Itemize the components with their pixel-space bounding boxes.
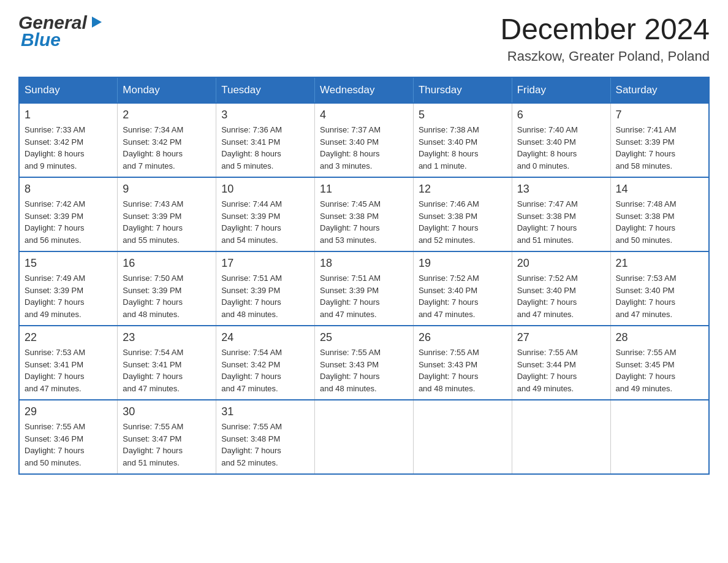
day-info: Sunrise: 7:38 AMSunset: 3:40 PMDaylight:… [419,124,507,172]
calendar-cell: 17 Sunrise: 7:51 AMSunset: 3:39 PMDaylig… [216,251,315,326]
day-info: Sunrise: 7:43 AMSunset: 3:39 PMDaylight:… [123,198,211,246]
calendar-week-2: 8 Sunrise: 7:42 AMSunset: 3:39 PMDayligh… [19,177,709,251]
calendar-cell [413,400,512,474]
col-monday: Monday [118,77,216,103]
calendar-week-5: 29 Sunrise: 7:55 AMSunset: 3:46 PMDaylig… [19,400,709,474]
day-number: 1 [25,109,112,121]
day-number: 9 [123,183,211,196]
day-info: Sunrise: 7:55 AMSunset: 3:43 PMDaylight:… [320,347,408,394]
calendar-week-1: 1 Sunrise: 7:33 AMSunset: 3:42 PMDayligh… [19,103,709,177]
day-info: Sunrise: 7:50 AMSunset: 3:39 PMDaylight:… [123,272,211,320]
day-info: Sunrise: 7:34 AMSunset: 3:42 PMDaylight:… [123,124,211,172]
calendar-cell: 23 Sunrise: 7:54 AMSunset: 3:41 PMDaylig… [118,326,216,400]
day-info: Sunrise: 7:36 AMSunset: 3:41 PMDaylight:… [221,124,309,172]
calendar-cell: 3 Sunrise: 7:36 AMSunset: 3:41 PMDayligh… [216,103,315,177]
day-number: 15 [25,257,112,270]
day-number: 10 [221,183,309,196]
day-info: Sunrise: 7:47 AMSunset: 3:38 PMDaylight:… [517,198,605,246]
calendar-header-row: Sunday Monday Tuesday Wednesday Thursday… [19,77,709,103]
day-number: 25 [320,331,408,344]
calendar-cell: 29 Sunrise: 7:55 AMSunset: 3:46 PMDaylig… [19,400,118,474]
day-number: 11 [320,183,408,196]
calendar-cell: 18 Sunrise: 7:51 AMSunset: 3:39 PMDaylig… [315,251,414,326]
calendar-table: Sunday Monday Tuesday Wednesday Thursday… [18,77,710,475]
day-info: Sunrise: 7:54 AMSunset: 3:41 PMDaylight:… [123,347,211,394]
calendar-cell: 9 Sunrise: 7:43 AMSunset: 3:39 PMDayligh… [118,177,216,251]
calendar-cell: 6 Sunrise: 7:40 AMSunset: 3:40 PMDayligh… [512,103,610,177]
day-number: 7 [616,109,703,121]
day-number: 27 [517,331,605,344]
day-info: Sunrise: 7:44 AMSunset: 3:39 PMDaylight:… [221,198,309,246]
day-number: 18 [320,257,408,270]
day-info: Sunrise: 7:55 AMSunset: 3:47 PMDaylight:… [123,421,211,469]
calendar-cell: 4 Sunrise: 7:37 AMSunset: 3:40 PMDayligh… [315,103,414,177]
calendar-week-4: 22 Sunrise: 7:53 AMSunset: 3:41 PMDaylig… [19,326,709,400]
day-number: 5 [419,109,507,121]
day-number: 23 [123,331,211,344]
calendar-cell: 16 Sunrise: 7:50 AMSunset: 3:39 PMDaylig… [118,251,216,326]
calendar-cell: 26 Sunrise: 7:55 AMSunset: 3:43 PMDaylig… [413,326,512,400]
calendar-cell: 19 Sunrise: 7:52 AMSunset: 3:40 PMDaylig… [413,251,512,326]
calendar-cell: 14 Sunrise: 7:48 AMSunset: 3:38 PMDaylig… [610,177,709,251]
day-info: Sunrise: 7:46 AMSunset: 3:38 PMDaylight:… [419,198,507,246]
day-number: 17 [221,257,309,270]
col-thursday: Thursday [413,77,512,103]
day-number: 26 [419,331,507,344]
arrow-icon [89,12,103,33]
day-info: Sunrise: 7:55 AMSunset: 3:45 PMDaylight:… [616,347,703,394]
day-number: 2 [123,109,211,121]
day-number: 20 [517,257,605,270]
day-number: 19 [419,257,507,270]
calendar-cell: 11 Sunrise: 7:45 AMSunset: 3:38 PMDaylig… [315,177,414,251]
day-info: Sunrise: 7:55 AMSunset: 3:48 PMDaylight:… [221,421,309,469]
calendar-cell: 12 Sunrise: 7:46 AMSunset: 3:38 PMDaylig… [413,177,512,251]
col-wednesday: Wednesday [315,77,414,103]
calendar-cell: 10 Sunrise: 7:44 AMSunset: 3:39 PMDaylig… [216,177,315,251]
calendar-cell [610,400,709,474]
calendar-cell: 15 Sunrise: 7:49 AMSunset: 3:39 PMDaylig… [19,251,118,326]
day-number: 24 [221,331,309,344]
calendar-cell [512,400,610,474]
col-sunday: Sunday [19,77,118,103]
calendar-week-3: 15 Sunrise: 7:49 AMSunset: 3:39 PMDaylig… [19,251,709,326]
day-info: Sunrise: 7:51 AMSunset: 3:39 PMDaylight:… [221,272,309,320]
day-info: Sunrise: 7:37 AMSunset: 3:40 PMDaylight:… [320,124,408,172]
day-info: Sunrise: 7:52 AMSunset: 3:40 PMDaylight:… [419,272,507,320]
calendar-cell: 25 Sunrise: 7:55 AMSunset: 3:43 PMDaylig… [315,326,414,400]
calendar-cell: 21 Sunrise: 7:53 AMSunset: 3:40 PMDaylig… [610,251,709,326]
calendar-cell: 22 Sunrise: 7:53 AMSunset: 3:41 PMDaylig… [19,326,118,400]
day-number: 31 [221,405,309,418]
calendar-cell: 1 Sunrise: 7:33 AMSunset: 3:42 PMDayligh… [19,103,118,177]
day-info: Sunrise: 7:41 AMSunset: 3:39 PMDaylight:… [616,124,703,172]
calendar-cell: 28 Sunrise: 7:55 AMSunset: 3:45 PMDaylig… [610,326,709,400]
calendar-cell: 30 Sunrise: 7:55 AMSunset: 3:47 PMDaylig… [118,400,216,474]
logo: General Blue [18,12,103,50]
day-info: Sunrise: 7:53 AMSunset: 3:40 PMDaylight:… [616,272,703,320]
day-info: Sunrise: 7:55 AMSunset: 3:46 PMDaylight:… [25,421,112,469]
calendar-cell: 24 Sunrise: 7:54 AMSunset: 3:42 PMDaylig… [216,326,315,400]
day-info: Sunrise: 7:33 AMSunset: 3:42 PMDaylight:… [25,124,112,172]
calendar-cell: 20 Sunrise: 7:52 AMSunset: 3:40 PMDaylig… [512,251,610,326]
logo-blue-text: Blue [21,29,61,50]
day-info: Sunrise: 7:42 AMSunset: 3:39 PMDaylight:… [25,198,112,246]
title-section: December 2024 Raszkow, Greater Poland, P… [500,12,710,64]
day-number: 6 [517,109,605,121]
day-info: Sunrise: 7:55 AMSunset: 3:44 PMDaylight:… [517,347,605,394]
day-info: Sunrise: 7:49 AMSunset: 3:39 PMDaylight:… [25,272,112,320]
col-tuesday: Tuesday [216,77,315,103]
day-info: Sunrise: 7:55 AMSunset: 3:43 PMDaylight:… [419,347,507,394]
day-info: Sunrise: 7:40 AMSunset: 3:40 PMDaylight:… [517,124,605,172]
day-info: Sunrise: 7:48 AMSunset: 3:38 PMDaylight:… [616,198,703,246]
day-number: 4 [320,109,408,121]
calendar-cell: 31 Sunrise: 7:55 AMSunset: 3:48 PMDaylig… [216,400,315,474]
day-number: 29 [25,405,112,418]
day-info: Sunrise: 7:45 AMSunset: 3:38 PMDaylight:… [320,198,408,246]
calendar-cell: 27 Sunrise: 7:55 AMSunset: 3:44 PMDaylig… [512,326,610,400]
day-number: 8 [25,183,112,196]
month-title: December 2024 [500,12,710,46]
day-number: 13 [517,183,605,196]
calendar-cell [315,400,414,474]
day-number: 12 [419,183,507,196]
day-info: Sunrise: 7:51 AMSunset: 3:39 PMDaylight:… [320,272,408,320]
calendar-cell: 8 Sunrise: 7:42 AMSunset: 3:39 PMDayligh… [19,177,118,251]
